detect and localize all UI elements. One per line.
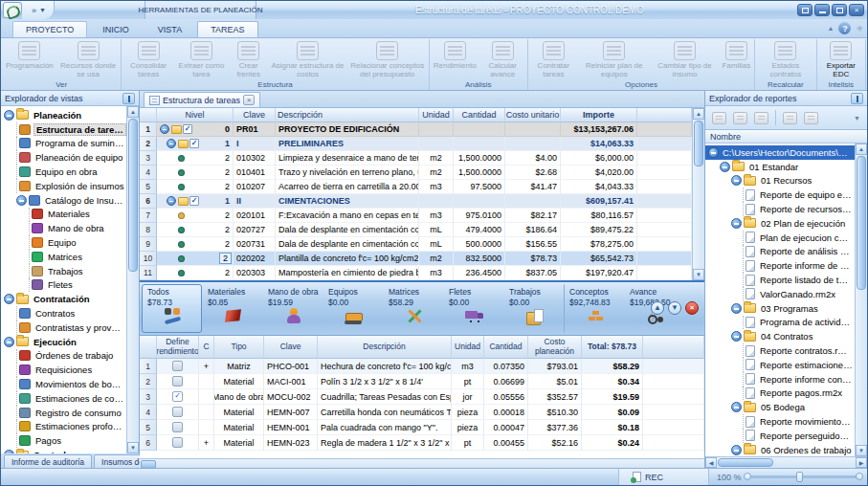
nivel-cell[interactable]: 2 <box>157 266 234 280</box>
ribbon-button-cambiar-tipo-de-insumo[interactable]: Cambiar tipo de insumo <box>651 39 720 78</box>
rendimiento-checkbox[interactable] <box>172 437 183 448</box>
view-item-estructura-de-tareas[interactable]: Estructura de tareas <box>1 122 126 137</box>
col-unidad[interactable]: Unidad <box>419 108 454 122</box>
summary-item-todos[interactable]: Todos$78.73 <box>142 284 202 333</box>
summary-item-equipos[interactable]: Equipos$0.00 <box>323 284 383 333</box>
task-row-020303[interactable]: 112020303Mampostería en cimiento de pied… <box>140 266 692 280</box>
report-item-01-estandar[interactable]: 01 Estandar <box>705 160 855 174</box>
close-panel-icon[interactable]: × <box>685 301 699 315</box>
report-item-plan-de-ejecucion-con-letr[interactable]: Plan de ejecucion con letr... <box>705 231 855 245</box>
scroll-up-icon[interactable]: ▲ <box>693 108 704 120</box>
pin-icon[interactable] <box>122 93 135 104</box>
expander-icon[interactable] <box>4 294 14 304</box>
document-tab-close-icon[interactable]: × <box>243 95 255 105</box>
summary-item-fletes[interactable]: Fletes$0.00 <box>443 284 503 333</box>
nivel-cell[interactable]: 2 <box>157 209 234 223</box>
report-item-06-ordenes-de-trabajo[interactable]: 06 Ordenes de trabajo <box>705 443 855 456</box>
expander-icon[interactable] <box>167 139 176 148</box>
report-item-reporte-de-analisis-de-pr[interactable]: Reporte de análisis de pr... <box>705 245 855 259</box>
rendimiento-checkbox[interactable] <box>172 407 183 417</box>
define-rendimiento-cell[interactable] <box>157 389 199 405</box>
tab-inicio[interactable]: INICIO <box>89 21 143 37</box>
task-row-020101[interactable]: 72020101F:Excavación a mano en cepas en … <box>140 209 692 223</box>
expander-icon[interactable] <box>731 175 742 186</box>
view-item-equipo-en-obra[interactable]: Equipo en obra <box>1 165 126 179</box>
nivel-cell[interactable]: 2 <box>157 223 234 237</box>
report-item-valorganado-rm2x[interactable]: ValorGanado.rm2x <box>705 287 855 301</box>
window-style-button[interactable] <box>797 4 812 16</box>
task-row-010207[interactable]: 52010207Acarreo de tierra en carretilla … <box>140 180 692 194</box>
view-item-planeacion[interactable]: Planeación <box>1 108 126 122</box>
app-logo-icon[interactable] <box>3 2 22 18</box>
col-cantidad[interactable]: Cantidad <box>454 108 505 122</box>
define-rendimiento-cell[interactable] <box>157 374 199 389</box>
report-item-reporte-de-recursos-rm2x[interactable]: Reporte de recursos.rm2x <box>705 202 855 216</box>
detail-row-mocu-002[interactable]: 3Mano de obraMOCU-002Cuadrilla; Tareas P… <box>140 389 704 405</box>
col-costo-planeacion[interactable]: Costo planeación <box>528 336 582 359</box>
chevron-right-icon[interactable]: » <box>32 6 36 15</box>
nivel-cell[interactable]: 2 <box>157 180 234 194</box>
view-item-pagos[interactable]: Pagos <box>1 433 126 448</box>
ribbon-button-consolidar-tareas[interactable]: Consolidar tareas <box>122 39 173 78</box>
report-item-reporte-informe-de-costo[interactable]: Reporte informe de costo... <box>705 258 855 273</box>
col-tipo[interactable]: Tipo <box>214 336 264 359</box>
task-row-020202[interactable]: 102020202Plantilla de concreto f'c= 100 … <box>140 252 692 266</box>
help-icon[interactable]: ? <box>838 22 851 34</box>
task-row-010302[interactable]: 32010302Limpieza y desenraice a mano de … <box>140 151 692 166</box>
tab-vista[interactable]: VISTA <box>145 21 195 37</box>
view-item-programa-de-suministros[interactable]: Programa de suministros <box>1 137 126 151</box>
view-item-fletes[interactable]: Fletes <box>1 278 126 293</box>
detail-row-hemn-007[interactable]: 4MaterialHEMN-007Carretilla honda con ne… <box>140 405 704 420</box>
nivel-cell[interactable]: 1 <box>157 194 234 209</box>
detail-row-hemn-023[interactable]: 6+MaterialHEMN-023Regla de madera 1 1/2"… <box>140 435 704 451</box>
col-descripcion[interactable]: Descripción <box>318 336 452 359</box>
report-item-reporte-informe-contrato[interactable]: Reporte informe contrato... <box>705 372 855 387</box>
report-item-02-plan-de-ejecucion[interactable]: 02 Plan de ejecución <box>705 216 855 231</box>
report-item-reporte-perseguidos-rm2x[interactable]: Reporte perseguidos.rm2x <box>705 429 855 443</box>
scroll-up-icon[interactable]: ▲ <box>856 144 867 155</box>
view-item-trabajos[interactable]: Trabajos <box>1 264 126 278</box>
define-rendimiento-cell[interactable] <box>157 435 199 451</box>
view-item-explosion-de-insumos[interactable]: Explosión de insumos <box>1 179 126 193</box>
scroll-up-icon[interactable]: ▲ <box>127 106 139 118</box>
report-item-programa-de-actividades[interactable]: Programa de actividades.... <box>705 316 855 330</box>
pin-icon[interactable] <box>851 93 863 104</box>
nivel-cell[interactable]: 0 <box>157 122 234 137</box>
ribbon-button-contratar-tareas[interactable]: Contratar tareas <box>529 39 578 78</box>
expander-icon[interactable] <box>731 445 742 455</box>
task-row-020731[interactable]: 92020731Dala de desplante en cimentación… <box>140 237 692 252</box>
col-define-rendimiento[interactable]: Define rendimiento <box>157 336 199 359</box>
view-item-registro-de-consumo[interactable]: Registro de consumo <box>1 406 126 420</box>
report-item-04-contratos[interactable]: 04 Contratos <box>705 329 855 343</box>
ribbon-button-exportar-edc[interactable]: Exportar EDC <box>818 39 864 78</box>
view-item-estimaciones-de-contratis[interactable]: Estimaciones de contratis... <box>1 391 126 406</box>
row-checkbox[interactable] <box>183 124 192 134</box>
report-item-reporte-listado-de-tareas[interactable]: Reporte listado de tareas... <box>705 273 855 287</box>
scroll-down-icon[interactable]: ▼ <box>127 442 139 453</box>
collapse-ribbon-icon[interactable]: ▲ <box>828 25 835 32</box>
detail-row-hemn-001[interactable]: 5MaterialHEMN-001Pala cuadrada con mango… <box>140 420 704 435</box>
view-item-contratacion[interactable]: Contratación <box>1 292 126 306</box>
expander-icon[interactable] <box>731 218 742 229</box>
ribbon-button-programacion[interactable]: Programación <box>3 39 56 70</box>
define-rendimiento-cell[interactable] <box>157 420 199 435</box>
excel-export-icon[interactable] <box>804 112 818 124</box>
view-item-matrices[interactable]: Matrices <box>1 250 126 264</box>
expander-icon[interactable] <box>731 331 742 342</box>
ribbon-button-rendimiento[interactable]: Rendimiento <box>431 39 479 70</box>
view-item-materiales[interactable]: Materiales <box>1 208 126 222</box>
summary-item-matrices[interactable]: Matrices$58.29 <box>383 284 443 333</box>
view-item-movimientos-de-bodega[interactable]: Movimientos de bodega <box>1 377 126 391</box>
dock-tab-informe-de-auditoria[interactable]: Informe de auditoría <box>4 454 92 468</box>
view-item-catalogo-de-insumos[interactable]: Catálogo de Insumos <box>1 193 126 208</box>
scroll-right-icon[interactable]: ▶ <box>856 457 867 468</box>
move-up-icon[interactable]: ▲ <box>651 301 664 315</box>
close-button[interactable]: × <box>849 4 864 16</box>
detail-row-phco-001[interactable]: 1+MatrizPHCO-001Hechura de concreto f'c=… <box>140 359 704 374</box>
tab-proyecto[interactable]: PROYECTO <box>12 21 87 37</box>
view-item-contratistas-y-proveedores[interactable]: Contratistas y proveedores <box>1 320 126 335</box>
detail-grid-hscrollbar[interactable] <box>140 458 704 468</box>
minimize-button[interactable] <box>814 4 830 16</box>
task-row-pr01[interactable]: 10PR01PROYECTO DE EDIFICACIÓN$13,153,267… <box>140 122 692 137</box>
ribbon-button-crear-frentes[interactable]: Crear frentes <box>229 39 268 78</box>
